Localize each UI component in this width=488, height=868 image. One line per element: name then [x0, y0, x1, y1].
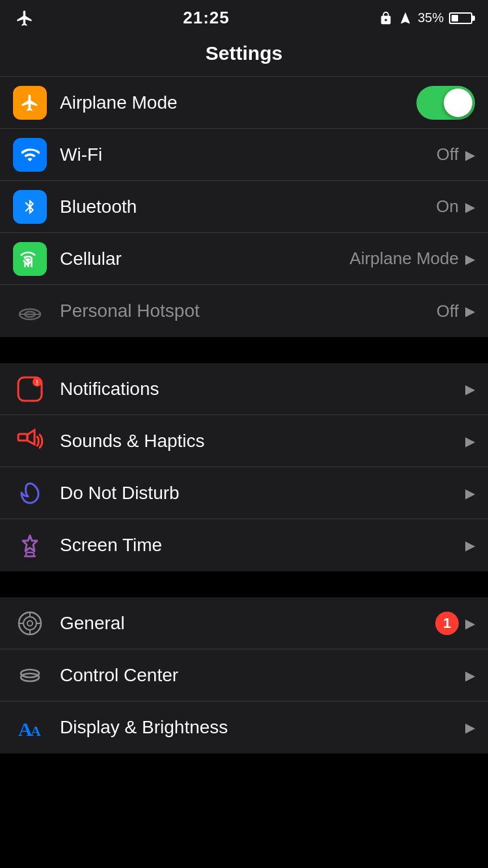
airplane-mode-icon — [13, 86, 47, 120]
notifications-label: Notifications — [60, 379, 465, 400]
row-donotdisturb[interactable]: Do Not Disturb ▶ — [0, 467, 488, 519]
general-label: General — [60, 613, 435, 634]
page-title-bar: Settings — [0, 33, 488, 77]
hotspot-icon — [13, 294, 47, 328]
notifications-chevron: ▶ — [465, 381, 475, 397]
general-badge: 1 — [435, 612, 459, 635]
bluetooth-chevron: ▶ — [465, 199, 475, 215]
displaybrightness-chevron: ▶ — [465, 720, 475, 735]
general-chevron: ▶ — [465, 616, 475, 631]
row-cellular[interactable]: Cellular Airplane Mode ▶ — [0, 233, 488, 285]
bluetooth-label: Bluetooth — [60, 197, 436, 217]
sounds-label: Sounds & Haptics — [60, 431, 465, 452]
wifi-icon — [13, 138, 47, 172]
navigation-icon — [398, 11, 413, 25]
donotdisturb-icon — [13, 476, 47, 510]
displaybrightness-label: Display & Brightness — [60, 717, 465, 738]
row-notifications[interactable]: ! Notifications ▶ — [0, 363, 488, 415]
battery-icon — [449, 12, 472, 24]
lock-icon — [379, 11, 393, 25]
sounds-chevron: ▶ — [465, 433, 475, 449]
svg-text:A: A — [31, 723, 41, 739]
svg-text:!: ! — [36, 379, 38, 387]
airplane-mode-toggle[interactable] — [416, 86, 475, 120]
row-screentime[interactable]: Screen Time ▶ — [0, 519, 488, 571]
svg-point-11 — [23, 617, 36, 630]
row-bluetooth[interactable]: Bluetooth On ▶ — [0, 181, 488, 233]
controlcenter-icon — [13, 658, 47, 692]
row-wifi[interactable]: Wi-Fi Off ▶ — [0, 129, 488, 181]
bluetooth-value: On — [436, 197, 459, 217]
row-controlcenter[interactable]: Control Center ▶ — [0, 649, 488, 701]
bluetooth-icon — [13, 190, 47, 224]
controlcenter-chevron: ▶ — [465, 668, 475, 683]
screentime-icon — [13, 528, 47, 562]
row-sounds[interactable]: Sounds & Haptics ▶ — [0, 415, 488, 467]
row-general[interactable]: General 1 ▶ — [0, 597, 488, 649]
section-gap-1 — [0, 337, 488, 363]
general-icon — [13, 606, 47, 640]
cellular-icon — [13, 242, 47, 276]
cellular-label: Cellular — [60, 249, 349, 269]
donotdisturb-chevron: ▶ — [465, 485, 475, 501]
status-left-icon — [16, 9, 34, 27]
battery-percent: 35% — [418, 10, 444, 25]
wifi-chevron: ▶ — [465, 147, 475, 163]
airplane-mode-label: Airplane Mode — [60, 92, 416, 113]
controlcenter-label: Control Center — [60, 665, 465, 686]
wifi-value: Off — [437, 144, 459, 165]
cellular-value: Airplane Mode — [349, 249, 459, 269]
page-title: Settings — [13, 42, 475, 64]
section-connectivity: Airplane Mode Wi-Fi Off ▶ Bluetooth On ▶ — [0, 77, 488, 337]
hotspot-chevron: ▶ — [465, 303, 475, 319]
svg-rect-6 — [18, 434, 27, 441]
screentime-label: Screen Time — [60, 535, 465, 556]
status-right: 35% — [379, 10, 472, 25]
wifi-label: Wi-Fi — [60, 144, 437, 165]
row-hotspot[interactable]: Personal Hotspot Off ▶ — [0, 285, 488, 337]
screentime-chevron: ▶ — [465, 537, 475, 553]
section-display: General 1 ▶ Control Center ▶ A A Display… — [0, 597, 488, 753]
section-gap-2 — [0, 571, 488, 597]
donotdisturb-label: Do Not Disturb — [60, 483, 465, 504]
row-displaybrightness[interactable]: A A Display & Brightness ▶ — [0, 701, 488, 753]
hotspot-label: Personal Hotspot — [60, 301, 437, 321]
svg-point-12 — [27, 621, 33, 626]
section-system: ! Notifications ▶ Sounds & Haptics ▶ Do … — [0, 363, 488, 571]
notifications-icon: ! — [13, 372, 47, 406]
status-bar: 21:25 35% — [0, 0, 488, 33]
svg-marker-7 — [27, 430, 34, 444]
status-time: 21:25 — [183, 8, 230, 28]
cellular-chevron: ▶ — [465, 251, 475, 267]
sounds-icon — [13, 424, 47, 458]
displaybrightness-icon: A A — [13, 711, 47, 744]
row-airplane-mode[interactable]: Airplane Mode — [0, 77, 488, 129]
hotspot-value: Off — [437, 301, 459, 321]
